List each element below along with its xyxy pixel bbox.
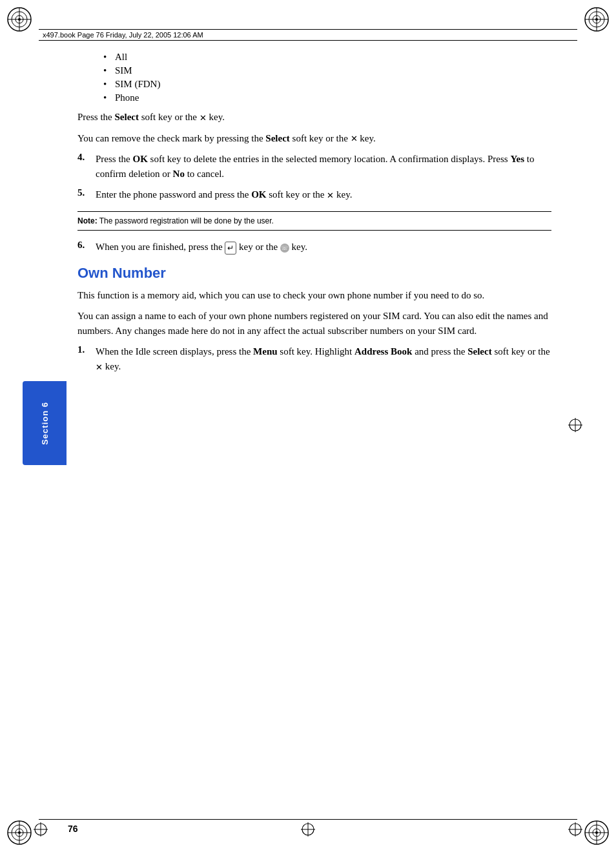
footer-crosshair-right	[568, 822, 582, 839]
main-content: All SIM SIM (FDN) Phone Press the Select…	[77, 45, 551, 813]
step-5: 5. Enter the phone password and press th…	[77, 187, 551, 202]
body-paragraph-2: You can assign a name to each of your ow…	[77, 309, 551, 338]
nav-key-icon2: ✕	[351, 132, 358, 145]
footer-crosshair-left	[34, 822, 48, 839]
corner-decoration-tl	[6, 6, 32, 32]
paragraph-select-key: Press the Select soft key or the ✕ key.	[77, 110, 551, 125]
step-4: 4. Press the OK soft key to delete the e…	[77, 152, 551, 181]
section-tab-label: Section 6	[40, 402, 50, 445]
note-box: Note: The password registration will be …	[77, 211, 551, 231]
step-6: 6. When you are finished, press the ↵ ke…	[77, 240, 551, 255]
end-key-icon: ☏	[280, 244, 289, 253]
footer-line	[39, 819, 577, 820]
body-paragraph-1: This function is a memory aid, which you…	[77, 288, 551, 303]
list-item: SIM (FDN)	[103, 79, 551, 90]
back-key-icon: ↵	[225, 242, 236, 255]
nav-key-icon: ✕	[200, 112, 207, 125]
list-item: Phone	[103, 92, 551, 103]
list-item: All	[103, 52, 551, 63]
mid-crosshair-right	[568, 418, 582, 435]
section-6-tab: Section 6	[23, 381, 67, 465]
nav-key-icon4: ✕	[96, 361, 103, 374]
nav-key-icon3: ✕	[327, 189, 334, 202]
corner-decoration-br	[584, 820, 610, 846]
step-1: 1. When the Idle screen displays, press …	[77, 344, 551, 373]
section-heading-own-number: Own Number	[77, 265, 551, 282]
page-number: 76	[68, 824, 78, 834]
paragraph-remove-checkmark: You can remove the check mark by pressin…	[77, 131, 551, 146]
corner-decoration-tr	[584, 6, 610, 32]
header-bar: x497.book Page 76 Friday, July 22, 2005 …	[39, 29, 577, 41]
header-text: x497.book Page 76 Friday, July 22, 2005 …	[43, 31, 203, 39]
footer-crosshair-center	[301, 822, 315, 839]
bullet-list: All SIM SIM (FDN) Phone	[103, 52, 551, 103]
list-item: SIM	[103, 65, 551, 76]
corner-decoration-bl	[6, 820, 32, 846]
page-container: x497.book Page 76 Friday, July 22, 2005 …	[0, 0, 616, 852]
